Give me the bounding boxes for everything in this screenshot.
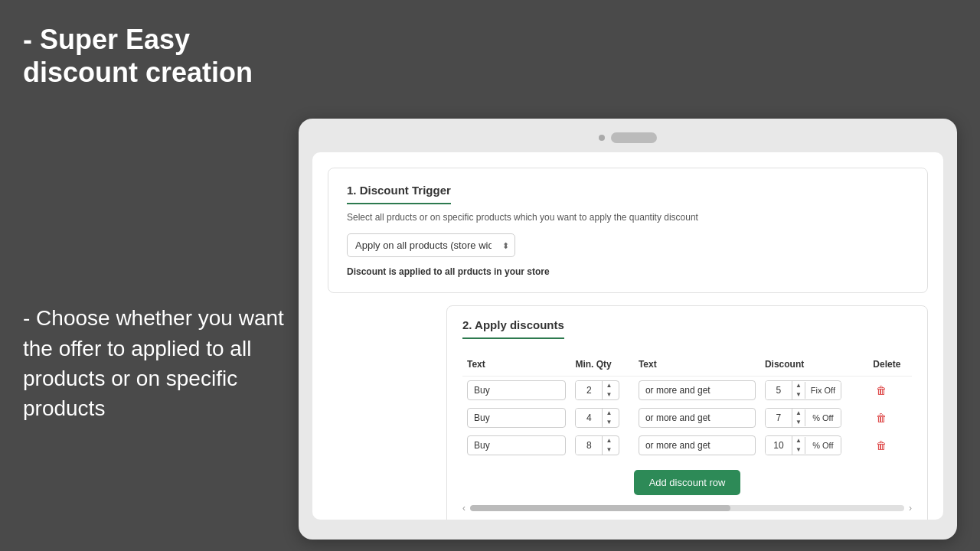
- row0-discount-cell: ▲ ▼ Fix Off % Off: [760, 377, 868, 405]
- col-header-delete: Delete: [868, 356, 912, 377]
- row2-discount-group[interactable]: ▲ ▼ Fix Off % Off: [765, 435, 841, 455]
- row2-discount-up[interactable]: ▲: [792, 436, 805, 445]
- scroll-right-icon[interactable]: ›: [909, 503, 912, 514]
- row0-qty-wrapper[interactable]: ▲ ▼: [575, 380, 619, 400]
- row2-qty-input[interactable]: [576, 436, 602, 455]
- row2-qty-up[interactable]: ▲: [603, 436, 615, 445]
- row1-delete-button[interactable]: 🗑: [873, 409, 890, 427]
- row1-text1-input[interactable]: [467, 408, 566, 428]
- section1-note: Discount is applied to all prducts in yo…: [347, 266, 909, 277]
- section1-desc: Select all prducts or on specific produc…: [347, 212, 909, 223]
- row2-minqty-cell: ▲ ▼: [570, 432, 634, 459]
- row1-text1-cell: [462, 404, 570, 432]
- col-header-discount: Discount: [760, 356, 868, 377]
- row0-discount-down[interactable]: ▼: [792, 390, 805, 399]
- row0-discount-type[interactable]: Fix Off % Off: [805, 382, 841, 399]
- row0-delete-button[interactable]: 🗑: [873, 381, 890, 399]
- main-headline: - Super Easy discount creation: [23, 23, 299, 89]
- table-row: ▲ ▼ ▲ ▼ Fix Off % Off 🗑: [462, 432, 912, 459]
- row1-qty-arrows: ▲ ▼: [602, 409, 615, 427]
- row0-text1-input[interactable]: [467, 380, 566, 400]
- add-discount-row-button[interactable]: Add discount row: [634, 470, 741, 495]
- col-header-text2: Text: [634, 356, 760, 377]
- row0-discount-arrows: ▲ ▼: [792, 381, 805, 399]
- row0-discount-group[interactable]: ▲ ▼ Fix Off % Off: [765, 380, 841, 400]
- row1-text2-cell: [634, 404, 760, 432]
- device-dot: [599, 135, 605, 141]
- table-row: ▲ ▼ ▲ ▼ Fix Off % Off 🗑: [462, 404, 912, 432]
- row2-qty-down[interactable]: ▼: [603, 445, 615, 455]
- scroll-thumb: [470, 505, 730, 511]
- row2-text2-input[interactable]: [639, 435, 756, 455]
- product-select-wrapper[interactable]: Apply on all products (store wide) Apply…: [347, 233, 515, 257]
- section2-title: 2. Apply discounts: [462, 318, 564, 339]
- device-screen: 1. Discount Trigger Select all prducts o…: [312, 152, 943, 520]
- row1-discount-arrows: ▲ ▼: [792, 409, 805, 427]
- left-panel: - Super Easy discount creation - Choose …: [23, 23, 299, 423]
- row1-qty-down[interactable]: ▼: [603, 418, 615, 427]
- section1-title: 1. Discount Trigger: [347, 184, 451, 204]
- scroll-left-icon[interactable]: ‹: [462, 503, 466, 514]
- row1-delete-cell: 🗑: [868, 404, 912, 432]
- row1-discount-type[interactable]: Fix Off % Off: [805, 409, 841, 426]
- row1-qty-input[interactable]: [576, 409, 602, 427]
- row2-discount-type[interactable]: Fix Off % Off: [805, 437, 841, 454]
- section1-card: 1. Discount Trigger Select all prducts o…: [328, 168, 928, 293]
- scrollbar-area: ‹ ›: [462, 503, 912, 514]
- row2-delete-cell: 🗑: [868, 432, 912, 459]
- col-header-minqty: Min. Qty: [570, 356, 634, 377]
- discount-table: Text Min. Qty Text Discount Delete ▲ ▼: [462, 356, 912, 459]
- product-select[interactable]: Apply on all products (store wide) Apply…: [347, 233, 515, 257]
- row1-discount-up[interactable]: ▲: [792, 409, 805, 418]
- row0-text2-input[interactable]: [639, 380, 756, 400]
- row2-text1-cell: [462, 432, 570, 459]
- row0-minqty-cell: ▲ ▼: [570, 377, 634, 405]
- device-pill: [611, 132, 657, 143]
- row1-minqty-cell: ▲ ▼: [570, 404, 634, 432]
- section2-card: 2. Apply discounts Text Min. Qty Text Di…: [446, 305, 928, 520]
- row1-discount-down[interactable]: ▼: [792, 418, 805, 427]
- row0-discount-input[interactable]: [766, 381, 792, 399]
- row2-text2-cell: [634, 432, 760, 459]
- row1-discount-group[interactable]: ▲ ▼ Fix Off % Off: [765, 408, 841, 428]
- row0-delete-cell: 🗑: [868, 377, 912, 405]
- row0-discount-up[interactable]: ▲: [792, 381, 805, 390]
- row2-qty-wrapper[interactable]: ▲ ▼: [575, 435, 619, 455]
- row2-discount-input[interactable]: [766, 436, 792, 455]
- row0-qty-up[interactable]: ▲: [603, 381, 615, 390]
- sub-headline: - Choose whether you want the offer to a…: [23, 303, 299, 423]
- row2-discount-cell: ▲ ▼ Fix Off % Off: [760, 432, 868, 459]
- row0-text2-cell: [634, 377, 760, 405]
- row2-delete-button[interactable]: 🗑: [873, 436, 890, 455]
- row2-discount-arrows: ▲ ▼: [792, 436, 805, 455]
- row0-text1-cell: [462, 377, 570, 405]
- row2-qty-arrows: ▲ ▼: [602, 436, 615, 455]
- row2-discount-down[interactable]: ▼: [792, 445, 805, 455]
- device-top-bar: [312, 132, 943, 143]
- col-header-text1: Text: [462, 356, 570, 377]
- row2-text1-input[interactable]: [467, 435, 566, 455]
- table-row: ▲ ▼ ▲ ▼ Fix Off % Off 🗑: [462, 377, 912, 405]
- row1-qty-wrapper[interactable]: ▲ ▼: [575, 408, 619, 428]
- row1-discount-input[interactable]: [766, 409, 792, 427]
- row0-qty-down[interactable]: ▼: [603, 390, 615, 399]
- row1-discount-cell: ▲ ▼ Fix Off % Off: [760, 404, 868, 432]
- scroll-track: [470, 505, 904, 511]
- row0-qty-arrows: ▲ ▼: [602, 381, 615, 399]
- row0-qty-input[interactable]: [576, 381, 602, 399]
- row1-text2-input[interactable]: [639, 408, 756, 428]
- row1-qty-up[interactable]: ▲: [603, 409, 615, 418]
- device-frame: 1. Discount Trigger Select all prducts o…: [299, 119, 957, 540]
